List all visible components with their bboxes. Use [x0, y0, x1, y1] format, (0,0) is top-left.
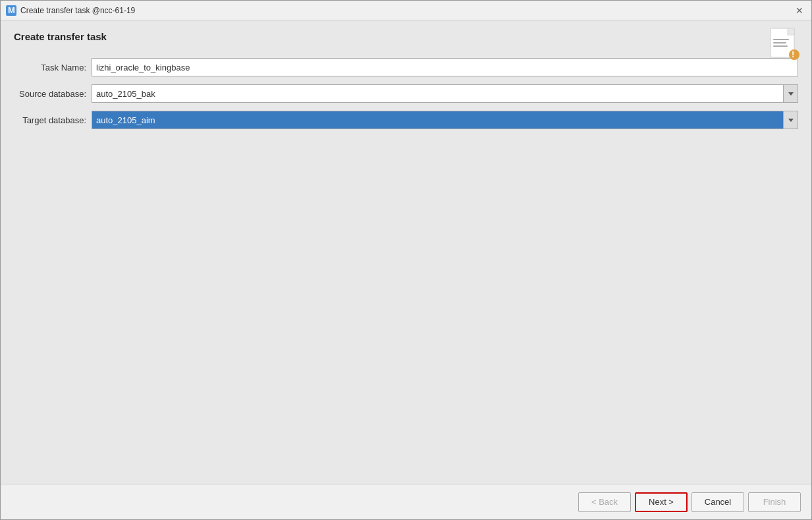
footer: < Back Next > Cancel Finish — [1, 484, 811, 519]
title-bar: M Create transfer task @ncc-61-19 ✕ — [1, 1, 811, 20]
svg-rect-3 — [788, 28, 794, 35]
source-db-dropdown-btn[interactable] — [783, 85, 798, 102]
target-db-value: auto_2105_aim — [92, 111, 783, 129]
svg-text:M: M — [8, 7, 15, 14]
close-button[interactable]: ✕ — [793, 4, 806, 17]
finish-button[interactable]: Finish — [748, 492, 801, 512]
target-db-chevron-down-icon — [788, 119, 794, 122]
target-db-dropdown-btn[interactable] — [783, 111, 798, 129]
task-name-input[interactable] — [92, 58, 798, 76]
svg-rect-5 — [773, 42, 786, 43]
main-window: M Create transfer task @ncc-61-19 ✕ Crea… — [0, 0, 812, 520]
svg-text:!: ! — [792, 49, 794, 59]
window-content: Create transfer task ! Task N — [1, 20, 811, 484]
source-db-chevron-down-icon — [788, 92, 794, 96]
target-db-row: Target database: auto_2105_aim — [14, 111, 798, 129]
title-bar-left: M Create transfer task @ncc-61-19 — [6, 5, 135, 16]
task-name-row: Task Name: — [14, 58, 798, 76]
doc-icon: ! — [769, 27, 801, 64]
next-button[interactable]: Next > — [635, 492, 688, 512]
source-db-row: Source database: auto_2105_bak — [14, 84, 798, 103]
page-title: Create transfer task — [14, 31, 798, 42]
svg-rect-4 — [773, 39, 789, 40]
back-button[interactable]: < Back — [578, 492, 631, 512]
source-db-value: auto_2105_bak — [92, 85, 783, 102]
source-db-dropdown[interactable]: auto_2105_bak — [92, 84, 798, 103]
svg-rect-6 — [773, 45, 788, 47]
window-title: Create transfer task @ncc-61-19 — [20, 6, 135, 15]
target-db-label: Target database: — [14, 115, 86, 125]
app-icon: M — [6, 5, 16, 16]
source-db-label: Source database: — [14, 89, 86, 99]
cancel-button[interactable]: Cancel — [691, 492, 744, 512]
target-db-dropdown[interactable]: auto_2105_aim — [92, 111, 798, 129]
form-area: Task Name: Source database: auto_2105_ba… — [14, 58, 798, 129]
task-name-label: Task Name: — [14, 63, 86, 72]
